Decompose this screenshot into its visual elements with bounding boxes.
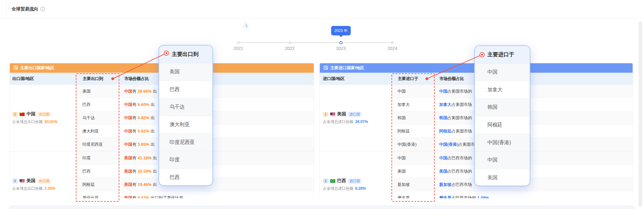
- src-cell: 阿根廷: [392, 128, 435, 134]
- global-trade-flow-panel: 全球贸易流向 ✈ ✈ 2021 2022 2023 2024 2023 年 主要…: [0, 0, 644, 209]
- src-cell: 美国: [392, 169, 435, 174]
- callout-target-icon: [480, 52, 485, 57]
- rank-badge: 1: [323, 112, 328, 117]
- import-table-title: 主要进口国家/地区: [330, 65, 364, 71]
- rank-badge: 2: [323, 179, 328, 183]
- role-tag: 出口国: [37, 112, 51, 117]
- timeline-year-label[interactable]: 2022: [280, 46, 300, 51]
- timeline-tooltip: 2023 年: [331, 26, 351, 35]
- timeline-year-label[interactable]: 2023: [331, 46, 351, 51]
- share-cell: 中国占美国市场的: [435, 89, 633, 94]
- dest-cell: 澳大利亚: [76, 128, 121, 134]
- country-cell: 2 美国 出口国 占全球总出口份额2.35%: [10, 151, 76, 198]
- callout-target-icon: [164, 51, 169, 56]
- usa-flag-icon: [20, 179, 25, 183]
- src-cell: 中国: [392, 155, 435, 161]
- popup-item[interactable]: 中国: [475, 64, 530, 81]
- country-cell: 1 美国 进口国 占全球总进口份额26.07%: [320, 85, 392, 151]
- page-title: 全球贸易流向: [12, 0, 45, 18]
- col-header-market-share: 市场份额占比: [435, 75, 633, 83]
- country-name: 巴西: [337, 178, 346, 184]
- country-cell: 2 巴西 进口国 占全球总进口份额8.26%: [320, 151, 392, 198]
- title-bar: 全球贸易流向: [0, 0, 644, 18]
- share-cell: 美国有8.82%出口到了哥伦比亚: [121, 195, 314, 199]
- rank-badge: 2: [12, 179, 18, 183]
- dest-cell: 阿根廷: [76, 182, 121, 187]
- import-from-popup[interactable]: 主要进口于 中国 加拿大 韩国 阿根廷 中国(香港) 中国 美国: [474, 45, 530, 186]
- info-icon[interactable]: [40, 7, 45, 11]
- popup-item[interactable]: 巴西: [159, 169, 212, 186]
- col-header-export-to: 主要出口到: [76, 75, 121, 83]
- src-cell: 中国: [392, 89, 435, 94]
- popup-item[interactable]: 乌干达: [159, 98, 212, 116]
- share-cell: 美国占巴西市场的: [435, 169, 633, 174]
- popup-item[interactable]: 美国: [159, 63, 212, 81]
- timeline-year-label[interactable]: 2024: [382, 46, 402, 51]
- export-to-popup[interactable]: 主要出口到 美国 巴西 乌干达 澳大利亚 印度尼西亚 印度 巴西: [158, 45, 213, 186]
- dest-cell: 印度: [76, 155, 121, 161]
- src-cell: 韩国: [392, 115, 435, 121]
- share-cell: 美国有19.46%出: [121, 182, 314, 187]
- global-share: 占全球总出口份额83.41%: [12, 119, 76, 125]
- share-cell: 中国有5.92%出: [121, 115, 314, 121]
- share-cell: 美国有20.59%出: [121, 169, 314, 174]
- col-header-market-share: 市场份额占比: [121, 75, 314, 83]
- share-cell: 中国占巴西市场的: [435, 155, 633, 161]
- timeline-dot-2024[interactable]: [391, 41, 394, 44]
- share-cell: 中国有29.66%出: [121, 89, 314, 94]
- share-cell: 中国有8.60%出: [121, 102, 314, 108]
- timeline-dot-2023-active[interactable]: [339, 41, 343, 44]
- timeline-dot-2021[interactable]: [237, 41, 240, 44]
- popup-item[interactable]: 加拿大: [475, 81, 530, 99]
- country-name: 美国: [27, 178, 35, 184]
- share-cell: 摩洛哥占巴西市场的1.09%: [435, 195, 633, 199]
- share-cell: 新加坡占巴西市场: [435, 182, 633, 187]
- src-cell: 新加坡: [392, 182, 435, 187]
- export-table-title: 主要出口国家/地区: [20, 65, 54, 71]
- popup-item[interactable]: 中国(香港): [475, 134, 530, 152]
- popup-item[interactable]: 巴西: [159, 81, 212, 99]
- col-header-importer: 进口国/地区: [320, 75, 392, 83]
- share-cell: 中国有3.65%出: [121, 142, 314, 147]
- country-cell: 1 中国 出口国 占全球总出口份额83.41%: [10, 85, 76, 151]
- page-title-text: 全球贸易流向: [12, 6, 38, 12]
- timeline-dot-2022[interactable]: [289, 41, 291, 44]
- role-tag: 进口国: [348, 178, 361, 184]
- share-cell: 阿根廷占美国市场: [435, 128, 633, 134]
- popup-item[interactable]: 澳大利亚: [159, 116, 212, 134]
- timeline-year-label[interactable]: 2021: [228, 46, 248, 51]
- popup-item[interactable]: 印度: [159, 151, 212, 169]
- rank-badge: 1: [12, 112, 18, 117]
- popup-item[interactable]: 美国: [475, 169, 530, 186]
- share-cell: 加拿大占美国市场: [435, 102, 633, 108]
- col-header-import-from: 主要进口于: [392, 75, 435, 83]
- form-icon: [14, 65, 18, 71]
- share-cell: 韩国占美国市场的: [435, 115, 633, 121]
- share-cell: 美国有41.18%出: [121, 155, 314, 161]
- timeline-track[interactable]: [238, 42, 392, 43]
- popup-item[interactable]: 印度尼西亚: [159, 134, 212, 151]
- usa-flag-icon: [330, 113, 335, 116]
- dest-cell: 巴西: [76, 169, 121, 174]
- popup-item[interactable]: 阿根廷: [475, 116, 530, 134]
- global-share: 占全球总出口份额2.35%: [12, 186, 76, 191]
- form-icon: [324, 65, 328, 71]
- vertical-scrollbar[interactable]: [639, 22, 642, 207]
- panel-left-divider: [6, 0, 7, 18]
- table-row: 摩洛哥 摩洛哥占巴西市场的1.09%: [392, 191, 633, 198]
- share-cell: 中国有5.62%出: [121, 128, 314, 134]
- brazil-flag-icon: [330, 179, 335, 183]
- popup-item[interactable]: 中国: [475, 151, 530, 169]
- src-cell: 加拿大: [392, 102, 435, 108]
- dest-cell: 印度尼西亚: [76, 142, 121, 147]
- src-cell: 摩洛哥: [392, 195, 435, 199]
- country-name: 美国: [337, 111, 346, 117]
- global-share: 占全球总进口份额8.26%: [323, 186, 392, 191]
- popup-item[interactable]: 韩国: [475, 99, 530, 116]
- dest-cell: 乌干达: [76, 115, 121, 121]
- airplane-doodle-icon: ✈: [241, 20, 251, 32]
- next-panel-edge: [9, 206, 635, 209]
- dest-cell: 美国: [76, 89, 121, 94]
- share-cell: 中国(香港)占美国市: [435, 142, 633, 147]
- table-row: 哥伦比亚 美国有8.82%出口到了哥伦比亚: [76, 191, 314, 198]
